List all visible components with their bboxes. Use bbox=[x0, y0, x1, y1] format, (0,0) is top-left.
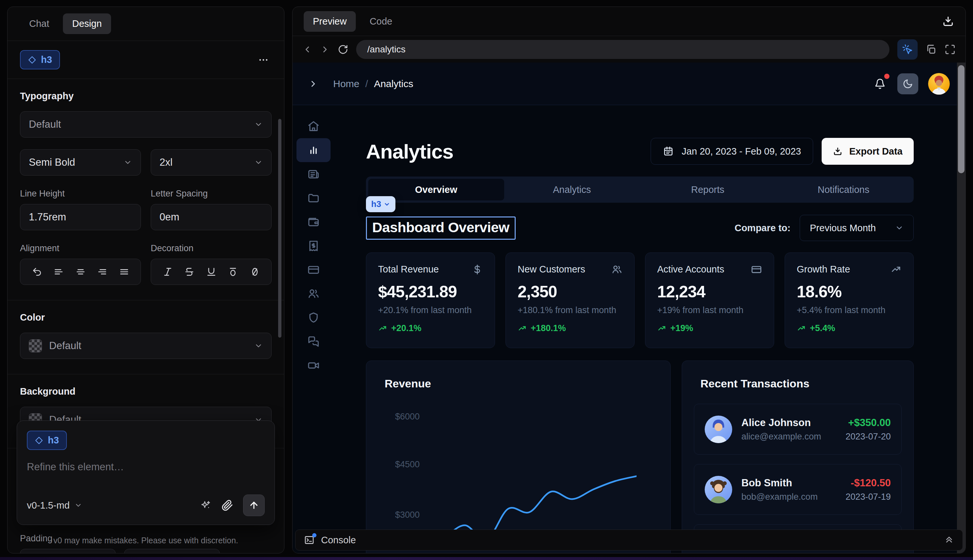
background-section-title: Background bbox=[20, 386, 272, 397]
selection-outline[interactable]: Dashboard Overview bbox=[366, 217, 516, 240]
sidebar-news-icon[interactable] bbox=[297, 162, 330, 186]
underline-button[interactable] bbox=[206, 267, 217, 277]
tab-design[interactable]: Design bbox=[63, 13, 111, 34]
sidebar-analytics-icon[interactable] bbox=[297, 138, 330, 162]
sidebar-wallet-icon[interactable] bbox=[297, 210, 330, 234]
color-select[interactable]: Default bbox=[20, 333, 272, 359]
line-height-input[interactable]: 1.75rem bbox=[20, 204, 141, 230]
composer-element-chip[interactable]: h3 bbox=[27, 431, 67, 450]
sidebar-messages-icon[interactable] bbox=[297, 330, 330, 353]
selected-element-label: h3 bbox=[41, 54, 52, 65]
send-button[interactable] bbox=[243, 495, 265, 516]
inspect-element-icon[interactable] bbox=[897, 39, 918, 60]
align-right-button[interactable] bbox=[97, 267, 107, 277]
transaction-row[interactable]: Alice Johnson alice@example.com +$350.00… bbox=[694, 404, 901, 455]
sidebar-credit-card-icon[interactable] bbox=[297, 258, 330, 282]
sidebar-home-icon[interactable] bbox=[297, 114, 330, 138]
sidebar-folder-icon[interactable] bbox=[297, 186, 330, 210]
stat-subtext: +19% from last month bbox=[657, 305, 762, 315]
compare-select[interactable]: Previous Month bbox=[800, 215, 914, 241]
stat-trend-value: +19% bbox=[670, 323, 693, 333]
overline-button[interactable] bbox=[228, 267, 238, 277]
calendar-icon bbox=[663, 146, 674, 157]
color-section-title: Color bbox=[20, 312, 272, 323]
trend-up-icon bbox=[517, 324, 527, 333]
breadcrumb-home[interactable]: Home bbox=[333, 78, 359, 89]
section-title: Dashboard Overview bbox=[372, 219, 509, 235]
model-select[interactable]: v0-1.5-md bbox=[27, 500, 82, 511]
url-input[interactable]: /analytics bbox=[356, 40, 890, 59]
refine-input[interactable] bbox=[27, 461, 265, 473]
notifications-bell-icon[interactable] bbox=[873, 76, 888, 92]
composer-element-label: h3 bbox=[48, 435, 59, 446]
users-icon bbox=[611, 264, 623, 275]
console-label: Console bbox=[321, 535, 356, 546]
date-range-picker[interactable]: Jan 20, 2023 - Feb 09, 2023 bbox=[651, 138, 813, 165]
letter-spacing-label: Letter Spacing bbox=[151, 188, 272, 199]
alignment-label: Alignment bbox=[20, 243, 141, 253]
font-weight-value: Semi Bold bbox=[29, 157, 75, 168]
transaction-name: Bob Smith bbox=[741, 477, 818, 489]
download-icon[interactable] bbox=[942, 15, 954, 28]
design-panel-scrollbar[interactable] bbox=[278, 119, 281, 338]
tab-reports[interactable]: Reports bbox=[640, 179, 776, 200]
attachment-icon[interactable] bbox=[222, 499, 233, 511]
selected-element-badge[interactable]: h3 bbox=[20, 50, 60, 70]
console-expand-icon[interactable] bbox=[944, 535, 954, 545]
sidebar-receipt-icon[interactable] bbox=[297, 234, 330, 258]
tab-code[interactable]: Code bbox=[360, 11, 401, 32]
font-weight-select[interactable]: Semi Bold bbox=[20, 149, 141, 175]
font-family-select[interactable]: Default bbox=[20, 111, 272, 138]
selection-tag-label: h3 bbox=[371, 199, 381, 209]
revenue-chart-card: Revenue $6000 $4500 $3000 bbox=[366, 360, 671, 553]
align-justify-button[interactable] bbox=[119, 267, 129, 277]
tab-preview[interactable]: Preview bbox=[304, 11, 356, 32]
align-left-button[interactable] bbox=[53, 267, 64, 277]
user-avatar[interactable] bbox=[928, 73, 950, 95]
sidebar-users-icon[interactable] bbox=[297, 282, 330, 305]
forward-icon[interactable] bbox=[320, 45, 330, 54]
chevron-down-icon bbox=[895, 224, 903, 232]
export-data-button[interactable]: Export Data bbox=[822, 138, 914, 165]
strikethrough-button[interactable] bbox=[184, 267, 195, 277]
letter-spacing-input[interactable]: 0em bbox=[151, 204, 272, 230]
transaction-date: 2023-07-19 bbox=[846, 492, 891, 502]
reset-alignment-button[interactable] bbox=[32, 267, 42, 277]
preview-tabs-row: Preview Code bbox=[292, 7, 965, 36]
tab-chat[interactable]: Chat bbox=[20, 13, 58, 34]
sidebar-toggle-icon[interactable] bbox=[308, 79, 318, 89]
chevron-down-icon bbox=[254, 342, 263, 350]
back-icon[interactable] bbox=[302, 45, 312, 54]
align-center-button[interactable] bbox=[75, 267, 86, 277]
padding-x-input[interactable]: 0px bbox=[20, 549, 116, 553]
line-height-label: Line Height bbox=[20, 188, 141, 199]
selection-tag-chip[interactable]: h3 bbox=[366, 196, 396, 212]
stat-card-active-accounts: Active Accounts 12,234 +19% from last mo… bbox=[645, 252, 774, 348]
padding-y-input[interactable]: 0px bbox=[124, 549, 220, 553]
sidebar-video-icon[interactable] bbox=[297, 353, 330, 377]
fullscreen-icon[interactable] bbox=[945, 44, 956, 55]
no-decoration-button[interactable] bbox=[250, 267, 260, 277]
console-bar[interactable]: Console bbox=[295, 530, 963, 550]
sidebar-shield-icon[interactable] bbox=[297, 305, 330, 330]
tab-notifications[interactable]: Notifications bbox=[776, 179, 912, 200]
more-options-button[interactable] bbox=[255, 52, 272, 68]
italic-button[interactable] bbox=[162, 267, 173, 277]
chevron-down-icon bbox=[124, 158, 132, 167]
font-family-value: Default bbox=[29, 118, 61, 130]
font-size-select[interactable]: 2xl bbox=[151, 149, 272, 175]
sparkles-icon[interactable] bbox=[200, 499, 212, 511]
preview-scrollbar-thumb[interactable] bbox=[958, 65, 965, 173]
copy-icon[interactable] bbox=[926, 44, 936, 55]
refresh-icon[interactable] bbox=[338, 44, 348, 55]
stats-grid: Total Revenue $45,231.89 +20.1% from las… bbox=[366, 252, 914, 348]
stat-subtext: +20.1% from last month bbox=[378, 305, 483, 315]
transaction-email: bob@example.com bbox=[741, 492, 818, 502]
font-size-value: 2xl bbox=[160, 157, 173, 168]
theme-toggle-moon-icon[interactable] bbox=[897, 73, 918, 94]
transaction-row[interactable]: Bob Smith bob@example.com -$120.50 2023-… bbox=[694, 464, 901, 515]
preview-scrollbar-track[interactable] bbox=[957, 63, 965, 553]
design-panel: Chat Design h3 Typography Default Semi B… bbox=[7, 7, 284, 553]
tab-analytics[interactable]: Analytics bbox=[504, 179, 640, 200]
decoration-label: Decoration bbox=[151, 243, 272, 253]
